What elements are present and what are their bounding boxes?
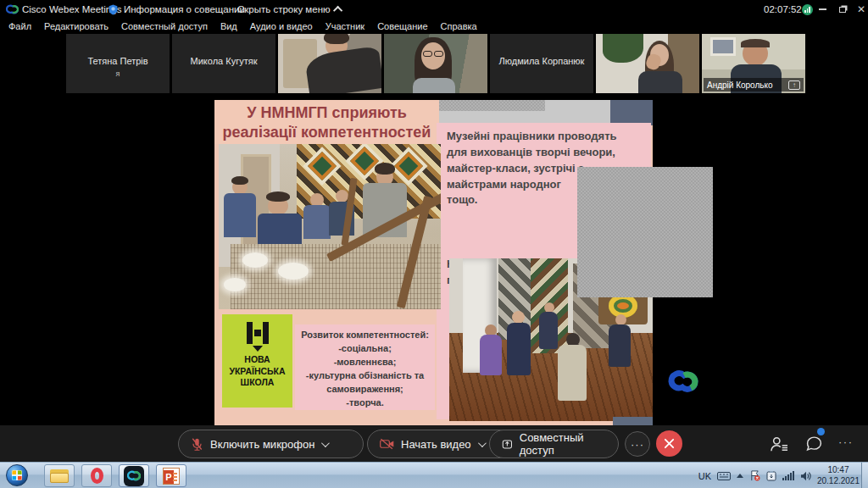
camera-off-icon [380,438,394,450]
minimize-button[interactable] [814,0,831,19]
child-figure [609,324,631,367]
titlebar: Cisco Webex Meetings Информация о совеща… [0,0,868,19]
connection-quality-icon [802,4,813,15]
chat-notification-dot [817,428,825,435]
taskbar-powerpoint-button[interactable]: P [156,464,186,487]
nush-label: НОВА УКРАЇНСЬКА ШКОЛА [222,354,292,389]
photo-shape [278,263,309,280]
windows-taskbar: P UK 10:47 20.12.2021 [0,462,868,488]
child-figure [303,205,331,239]
keyboard-icon[interactable] [717,472,731,480]
taskbar-explorer-button[interactable] [44,464,75,487]
slide-corner-block [610,100,653,125]
action-center-icon[interactable] [749,470,760,481]
menu-file[interactable]: Файл [8,21,31,31]
chat-panel-button[interactable] [805,435,823,456]
restore-button[interactable] [834,0,851,19]
slide-bottom-block [613,417,653,425]
webex-window: Cisco Webex Meetings Информация о совеща… [0,0,868,488]
child-figure [539,312,558,349]
windows-logo-icon [12,470,22,480]
participant-tile-video[interactable] [596,34,699,93]
close-button[interactable]: ✕ [853,0,868,19]
participant-tile[interactable]: Микола Кугутяк [172,34,275,93]
photo-shape [324,34,349,44]
photo-shape [375,163,395,175]
arrow-down-icon [253,346,263,352]
participant-name: Людмила Корпанюк [490,56,593,66]
share-content-button[interactable]: Совместный доступ [489,430,619,458]
system-tray: UK [698,463,812,488]
mic-off-icon [191,437,203,452]
network-icon[interactable] [782,471,794,480]
chevron-down-icon [478,439,487,447]
menu-help[interactable]: Справка [441,21,477,31]
unmute-button[interactable]: Включить микрофон [178,430,364,458]
meeting-control-bar: Включить микрофон Начать видео Совместны… [0,425,868,462]
participant-tile[interactable]: Людмила Корпанюк [490,34,593,93]
chevron-down-icon [321,439,330,447]
nush-logo-box: НОВА УКРАЇНСЬКА ШКОЛА [222,314,292,408]
webex-icon [124,466,144,486]
folder-icon [50,469,69,483]
clock-date: 20.12.2021 [817,476,860,487]
meeting-info-button[interactable]: Информация о совещании [124,0,245,19]
photo-shape [741,39,770,47]
photo-shape [266,191,290,202]
close-icon [664,438,675,449]
volume-icon[interactable] [800,471,812,481]
glasses-shape [423,51,432,57]
render-artifact-overlay [577,167,713,297]
menu-audio-video[interactable]: Аудио и видео [250,21,313,31]
participant-name: Андрій Королько [707,80,773,90]
share-icon [502,438,513,451]
webex-watermark-icon [666,363,707,398]
clock-time: 10:47 [817,465,860,476]
taskbar-webex-button[interactable] [119,464,149,487]
share-label: Совместный доступ [520,431,606,457]
meeting-info-shield-icon [108,0,118,19]
active-speaker-namebar: Андрій Королько ↑ [704,78,804,92]
hidden-icons-button[interactable] [737,474,743,478]
menu-bar: Файл Редактировать Совместный доступ Вид… [0,19,868,33]
unmute-label: Включить микрофон [210,438,314,451]
taskbar-opera-button[interactable] [81,464,112,487]
chevron-up-icon [333,6,342,15]
participant-tile-video[interactable] [278,34,381,93]
child-figure [507,323,531,375]
photo-shape [638,71,682,93]
slide-title: У НМНМГП сприяють реалізації компетентно… [214,100,439,144]
photo-shape [224,278,246,291]
participant-me-label: я [66,69,170,78]
child-figure [558,345,587,401]
language-indicator[interactable]: UK [698,471,711,481]
show-desktop-button[interactable] [861,463,868,488]
webex-logo-icon [6,0,19,19]
leave-meeting-button[interactable] [656,430,682,457]
menu-view[interactable]: Вид [220,21,237,31]
more-options-button[interactable]: ··· [625,431,650,457]
menu-share[interactable]: Совместный доступ [121,21,208,31]
windows-update-icon[interactable] [766,470,776,481]
participant-tile-active-speaker[interactable]: Андрій Королько ↑ [702,34,805,93]
app-title: Cisco Webex Meetings [22,0,121,19]
weaving-loom-photo [219,144,441,309]
participant-tile[interactable]: Тетяна Петрів я [66,34,170,93]
powerpoint-icon: P [163,468,180,485]
glasses-shape [434,51,443,57]
participant-tile-video[interactable] [384,34,487,93]
sharing-indicator-icon: ↑ [788,80,800,90]
menu-edit[interactable]: Редактировать [44,21,108,31]
start-button[interactable] [6,464,28,486]
opera-icon [91,468,103,484]
participant-name: Микола Кугутяк [172,56,275,66]
hide-menu-bar-button[interactable]: Скрыть строку меню [237,0,342,19]
menu-participant[interactable]: Участник [326,21,364,31]
menu-meeting[interactable]: Совещание [377,21,427,31]
start-video-label: Начать видео [401,438,471,451]
more-panels-button[interactable]: ··· [838,435,854,448]
taskbar-clock[interactable]: 10:47 20.12.2021 [817,465,860,486]
photo-shape [512,311,525,324]
child-figure [224,193,256,237]
participants-panel-button[interactable] [770,435,788,456]
